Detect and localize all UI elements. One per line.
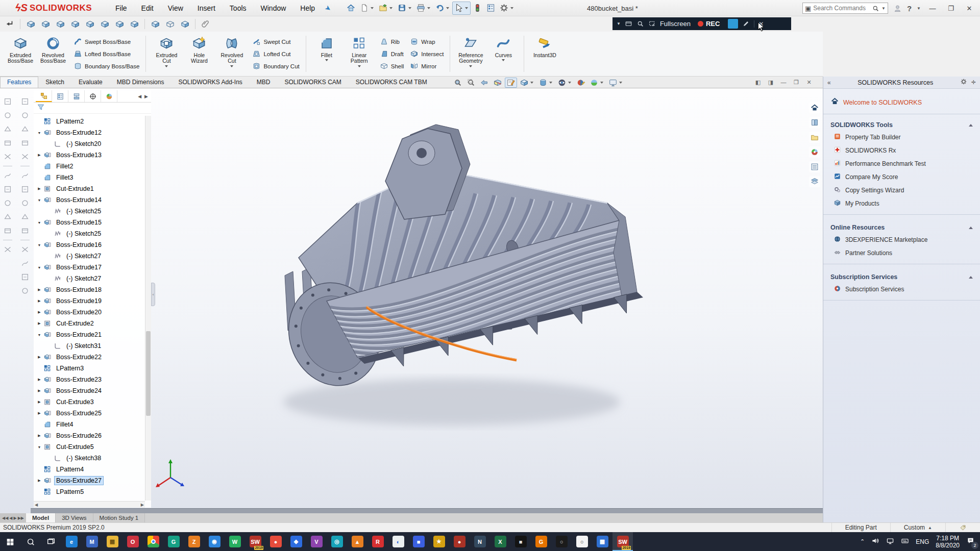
- lofted-cut-button[interactable]: Lofted Cut: [250, 49, 301, 59]
- clock[interactable]: 7:18 PM 8/8/2020: [936, 535, 960, 549]
- tree-expand-icon[interactable]: ▶: [36, 153, 43, 157]
- tree-item-bossextrude25[interactable]: ▶Boss-Extrude25: [34, 408, 145, 419]
- tab-scroll-prev-icon[interactable]: ◀: [9, 516, 12, 520]
- app-gx[interactable]: G: [163, 532, 184, 551]
- app-navy[interactable]: N: [470, 532, 490, 551]
- print-button[interactable]: [414, 2, 433, 15]
- tree-expand-icon[interactable]: ▶: [36, 378, 43, 382]
- swept-boss-base-button[interactable]: Swept Boss/Base: [71, 37, 141, 46]
- tree-item-sketch20[interactable]: (-) Sketch20: [34, 138, 145, 149]
- taskpane-item-3dexperience-marketplace[interactable]: 3DEXPERIENCE Marketplace: [823, 233, 980, 246]
- tree-expand-icon[interactable]: ▼: [36, 221, 43, 224]
- tree-item-cutextrude2[interactable]: ▶Cut-Extrude2: [34, 318, 145, 329]
- tab-solidworks-cam[interactable]: SOLIDWORKS CAM: [278, 77, 349, 88]
- tree-expand-icon[interactable]: ▶: [36, 411, 43, 415]
- tree-item-bossextrude21[interactable]: ▼Boss-Extrude21: [34, 329, 145, 340]
- tab-scroll-first-icon[interactable]: ◀◀: [2, 516, 8, 520]
- boundary-cut-button[interactable]: Boundary Cut: [250, 61, 301, 71]
- options-button-dropdown-icon[interactable]: [510, 7, 513, 9]
- open-button[interactable]: [377, 2, 395, 15]
- tab-scroll-last-icon[interactable]: ▶▶: [18, 516, 24, 520]
- tab-features[interactable]: Features: [0, 77, 38, 88]
- tree-expand-icon[interactable]: ▼: [36, 333, 43, 337]
- doc-tab-model[interactable]: Model: [26, 513, 56, 522]
- left-toolbar-b-button-1[interactable]: [19, 96, 31, 107]
- recorder-capture-button[interactable]: [728, 19, 738, 29]
- tree-horizontal-scrollbar[interactable]: ◀ ▶: [34, 501, 145, 508]
- extruded-cut-button-dropdown-icon[interactable]: [165, 65, 168, 67]
- section-header-online-resources[interactable]: Online Resources: [823, 222, 980, 233]
- taskpane-home-tab[interactable]: [809, 102, 820, 113]
- 3d-drawing-view-button[interactable]: [505, 78, 517, 88]
- curves-button-dropdown-icon[interactable]: [502, 59, 505, 61]
- doc-close-icon[interactable]: ✕: [805, 78, 813, 86]
- tree-item-bossextrude22[interactable]: ▶Boss-Extrude22: [34, 352, 145, 363]
- minimize-button[interactable]: —: [926, 3, 939, 14]
- left-toolbar-a-button-8[interactable]: [2, 197, 13, 209]
- left-toolbar-b-button-13[interactable]: [19, 271, 31, 283]
- left-toolbar-b-button-9[interactable]: [19, 211, 31, 222]
- rib-button[interactable]: Rib: [378, 37, 406, 46]
- app-obs[interactable]: ○: [551, 532, 572, 551]
- view-orientation-dropdown-icon[interactable]: [530, 82, 533, 84]
- tree-expand-icon[interactable]: ▶: [36, 479, 43, 483]
- left-toolbar-a-button-10[interactable]: [2, 225, 13, 236]
- menu-insert[interactable]: Insert: [190, 0, 223, 16]
- curves-button[interactable]: Curves: [487, 33, 520, 76]
- tree-item-bossextrude27[interactable]: ▶Boss-Extrude27: [34, 475, 145, 486]
- shortcut-tool-button-2[interactable]: [163, 17, 177, 31]
- view-settings-dropdown-icon[interactable]: [619, 82, 622, 84]
- fillet-button-dropdown-icon[interactable]: [325, 59, 328, 61]
- recorder-zoom-icon[interactable]: [636, 20, 644, 28]
- app-chrome[interactable]: [143, 532, 163, 551]
- left-toolbar-a-button-2[interactable]: [2, 110, 13, 121]
- bucket-3d-model[interactable]: [194, 122, 679, 449]
- help-icon[interactable]: ?: [907, 4, 912, 13]
- recorder-window-icon[interactable]: [625, 20, 632, 28]
- tree-item-fillet2[interactable]: Fillet2: [34, 161, 145, 172]
- tray-expand-icon[interactable]: ⌃: [860, 538, 865, 545]
- app-cyan[interactable]: ◎: [327, 532, 347, 551]
- tree-item-sketch38[interactable]: (-) Sketch38: [34, 453, 145, 464]
- select-button-dropdown-icon[interactable]: [465, 7, 468, 9]
- app-edge[interactable]: e: [61, 532, 82, 551]
- left-toolbar-a-button-9[interactable]: [2, 211, 13, 222]
- apply-scene-button[interactable]: [588, 78, 606, 88]
- tree-expand-icon[interactable]: ▶: [36, 389, 43, 393]
- left-toolbar-b-button-12[interactable]: [19, 258, 31, 269]
- tree-item-lpattern3[interactable]: LPattern3: [34, 363, 145, 374]
- hide-show-items-button[interactable]: [556, 78, 574, 88]
- tree-item-sketch27[interactable]: (-) Sketch27: [34, 273, 145, 284]
- extruded-cut-button[interactable]: Extruded Cut: [150, 33, 183, 76]
- shortcut-tool-button-3[interactable]: [178, 17, 191, 31]
- app-gold[interactable]: ★: [429, 532, 449, 551]
- tab-mbd-dimensions[interactable]: MBD Dimensions: [110, 77, 172, 88]
- left-toolbar-a-button-3[interactable]: [2, 123, 13, 135]
- shell-button[interactable]: Shell: [378, 61, 406, 71]
- left-toolbar-a-button-11[interactable]: [2, 244, 13, 255]
- menu-tools[interactable]: Tools: [223, 0, 254, 16]
- zoom-to-area-button[interactable]: [465, 78, 477, 88]
- left-toolbar-a-button-1[interactable]: [2, 96, 13, 107]
- panel-splitter-handle[interactable]: ‹: [151, 283, 155, 306]
- action-center-button[interactable]: 2: [966, 536, 975, 547]
- doc-minimize-icon[interactable]: —: [779, 78, 788, 86]
- left-toolbar-b-button-3[interactable]: [19, 123, 31, 135]
- left-toolbar-b-button-8[interactable]: [19, 197, 31, 209]
- intersect-button[interactable]: Intersect: [408, 49, 446, 59]
- tree-item-bossextrude20[interactable]: ▶Boss-Extrude20: [34, 307, 145, 318]
- collapse-pane-icon[interactable]: «: [827, 79, 831, 86]
- section-header-solidworks-tools[interactable]: SOLIDWORKS Tools: [823, 119, 980, 131]
- close-button[interactable]: ✕: [963, 3, 976, 14]
- app-bolt[interactable]: Z: [184, 532, 204, 551]
- doc-tab-motion-study-1[interactable]: Motion Study 1: [93, 513, 145, 522]
- menu-file[interactable]: File: [108, 0, 134, 16]
- shortcut-feature-button-3[interactable]: [54, 17, 67, 31]
- app-calculator[interactable]: ▦: [592, 532, 612, 551]
- design-library-tab[interactable]: [809, 117, 820, 128]
- tree-expand-icon[interactable]: ▼: [36, 445, 43, 449]
- custom-properties-tab[interactable]: [809, 161, 820, 172]
- tree-item-bossextrude23[interactable]: ▶Boss-Extrude23: [34, 374, 145, 385]
- tab-solidworks-cam-tbm[interactable]: SOLIDWORKS CAM TBM: [349, 77, 434, 88]
- taskpane-item-copy-settings-wizard[interactable]: Copy Settings Wizard: [823, 184, 980, 197]
